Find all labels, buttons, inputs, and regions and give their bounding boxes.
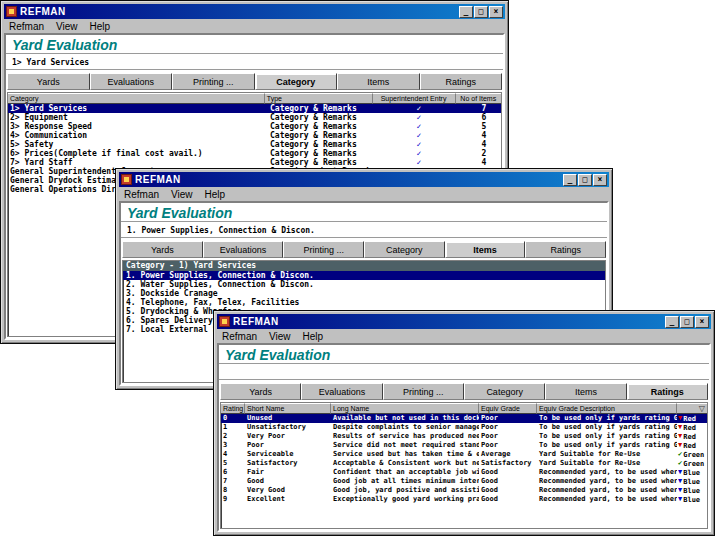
short-name-cell: Very Good bbox=[245, 486, 331, 495]
flag-label: Blue bbox=[683, 469, 700, 477]
tab-ratings[interactable]: Ratings bbox=[525, 241, 606, 258]
category-row[interactable]: 1> Yard ServicesCategory & Remarks✓7 bbox=[8, 104, 501, 113]
rating-row[interactable]: 6FairConfident that an acceptable job wi… bbox=[221, 468, 707, 477]
rating-row[interactable]: 9ExcellentExceptionally good yard workin… bbox=[221, 495, 707, 504]
tab-category[interactable]: Category bbox=[255, 73, 338, 90]
col-superintendent-entry[interactable]: Superintendent Entry bbox=[373, 93, 456, 104]
tab-printing[interactable]: Printing ... bbox=[172, 73, 255, 90]
selected-item-label: 1. Power Supplies, Connection & Discon. bbox=[121, 223, 607, 237]
tab-items[interactable]: Items bbox=[337, 73, 420, 90]
menubar: Refman View Help bbox=[4, 19, 505, 33]
long-name-cell: Acceptable & Consistent work but needs s… bbox=[331, 459, 479, 468]
tab-evaluations[interactable]: Evaluations bbox=[90, 73, 173, 90]
category-row[interactable]: 4> CommunicationCategory & Remarks✓4 bbox=[8, 131, 501, 140]
category-cell: 6> Prices(Complete if final cost avail.) bbox=[8, 149, 268, 158]
close-icon[interactable]: × bbox=[593, 174, 607, 186]
tab-evaluations[interactable]: Evaluations bbox=[301, 383, 382, 400]
rating-cell: 5 bbox=[221, 459, 245, 468]
equiv-grade-cell: Average bbox=[479, 450, 537, 459]
category-cell: 1> Yard Services bbox=[8, 104, 268, 113]
close-icon[interactable]: × bbox=[695, 316, 709, 328]
subtitle-spacer bbox=[219, 365, 709, 379]
tab-items[interactable]: Items bbox=[545, 383, 626, 400]
minimize-icon[interactable]: _ bbox=[459, 6, 473, 18]
tab-ratings[interactable]: Ratings bbox=[420, 73, 503, 90]
col-long-name[interactable]: Long Name bbox=[331, 403, 479, 414]
rating-row[interactable]: 2Very PoorResults of service has produce… bbox=[221, 432, 707, 441]
menu-view[interactable]: View bbox=[269, 331, 291, 342]
tab-printing[interactable]: Printing ... bbox=[383, 383, 464, 400]
rating-row[interactable]: 5SatisfactoryAcceptable & Consistent wor… bbox=[221, 459, 707, 468]
col-short-name[interactable]: Short Name bbox=[245, 403, 331, 414]
menu-refman[interactable]: Refman bbox=[124, 189, 159, 200]
menu-refman[interactable]: Refman bbox=[9, 21, 44, 32]
tab-category[interactable]: Category bbox=[464, 383, 545, 400]
items-group-header: Category - 1) Yard Services bbox=[123, 261, 605, 271]
col-equiv-grade-description[interactable]: Equiv Grade Description bbox=[537, 403, 677, 414]
category-row[interactable]: 2> EquipmentCategory & Remarks✓6 bbox=[8, 113, 501, 122]
item-row[interactable]: 1. Power Supplies, Connection & Discon. bbox=[123, 271, 605, 280]
no-of-items-cell: 2 bbox=[461, 149, 501, 158]
rating-row[interactable]: 1UnsatisfactoryDespite complaints to sen… bbox=[221, 423, 707, 432]
minimize-icon[interactable]: _ bbox=[563, 174, 577, 186]
menu-help[interactable]: Help bbox=[303, 331, 324, 342]
content-panel: Yard Evaluation YardsEvaluationsPrinting… bbox=[217, 343, 711, 532]
item-row[interactable]: 4. Telephone, Fax, Telex, Facilities bbox=[123, 298, 605, 307]
maximize-icon[interactable]: □ bbox=[680, 316, 694, 328]
menu-view[interactable]: View bbox=[171, 189, 193, 200]
equiv-grade-description-cell: Recommended yard, to be used wherever po… bbox=[537, 486, 677, 495]
category-row[interactable]: 7> Yard StaffCategory & Remarks✓4 bbox=[8, 158, 501, 167]
tab-yards[interactable]: Yards bbox=[7, 73, 90, 90]
tab-category[interactable]: Category bbox=[364, 241, 445, 258]
maximize-icon[interactable]: □ bbox=[578, 174, 592, 186]
tabstrip: YardsEvaluationsPrinting ...CategoryItem… bbox=[219, 381, 709, 400]
rating-row[interactable]: 7GoodGood job at all times minimum inter… bbox=[221, 477, 707, 486]
rating-row[interactable]: 3PoorService did not meet required stand… bbox=[221, 441, 707, 450]
category-cell: 4> Communication bbox=[8, 131, 268, 140]
short-name-cell: Very Poor bbox=[245, 432, 331, 441]
superintendent-check-icon: ✓ bbox=[377, 113, 461, 122]
rating-row[interactable]: 8Very GoodGood job, yard positive and as… bbox=[221, 486, 707, 495]
tab-yards[interactable]: Yards bbox=[220, 383, 301, 400]
col-type[interactable]: Type bbox=[265, 93, 373, 104]
flag-cell: ▼Red bbox=[677, 432, 707, 441]
tab-printing[interactable]: Printing ... bbox=[283, 241, 364, 258]
rating-row[interactable]: 4ServiceableService used but has taken t… bbox=[221, 450, 707, 459]
flag-blue-icon: ▼ bbox=[678, 477, 682, 486]
close-icon[interactable]: × bbox=[489, 6, 503, 18]
superintendent-check-icon: ✓ bbox=[377, 104, 461, 113]
tab-ratings[interactable]: Ratings bbox=[627, 383, 708, 400]
tab-evaluations[interactable]: Evaluations bbox=[203, 241, 284, 258]
item-row[interactable]: 2. Water Supplies, Connection & Discon. bbox=[123, 280, 605, 289]
col-category[interactable]: Category bbox=[8, 93, 265, 104]
category-row[interactable]: 5> SafetyCategory & Remarks✓4 bbox=[8, 140, 501, 149]
category-row[interactable]: 3> Response SpeedCategory & Remarks✓5 bbox=[8, 122, 501, 131]
menubar: Refman View Help bbox=[119, 187, 609, 201]
rating-row[interactable]: 0UnusedAvailable but not used in this do… bbox=[221, 414, 707, 423]
flag-green-icon: ✔ bbox=[678, 450, 682, 459]
titlebar[interactable]: REFMAN _ □ × bbox=[4, 4, 505, 19]
category-row[interactable]: 6> Prices(Complete if final cost avail.)… bbox=[8, 149, 501, 158]
type-cell: Category & Remarks bbox=[268, 113, 377, 122]
type-cell: Category & Remarks bbox=[268, 104, 377, 113]
col-equiv-grade[interactable]: Equiv Grade bbox=[479, 403, 537, 414]
short-name-cell: Good bbox=[245, 477, 331, 486]
menu-help[interactable]: Help bbox=[90, 21, 111, 32]
tab-items[interactable]: Items bbox=[445, 241, 526, 258]
col-no-of-items[interactable]: No of Items bbox=[456, 93, 501, 104]
equiv-grade-cell: Poor bbox=[479, 414, 537, 423]
titlebar[interactable]: REFMAN _ □ × bbox=[119, 172, 609, 187]
col-rating[interactable]: Rating bbox=[221, 403, 245, 414]
item-row[interactable]: 3. Dockside Cranage bbox=[123, 289, 605, 298]
filter-icon[interactable]: ▽ bbox=[699, 404, 705, 413]
tab-yards[interactable]: Yards bbox=[122, 241, 203, 258]
maximize-icon[interactable]: □ bbox=[474, 6, 488, 18]
minimize-icon[interactable]: _ bbox=[665, 316, 679, 328]
flag-label: Red bbox=[683, 424, 696, 432]
titlebar[interactable]: REFMAN _ □ × bbox=[217, 314, 711, 329]
flag-cell: ▼Blue bbox=[677, 495, 707, 504]
long-name-cell: Good job at all times minimum interventi… bbox=[331, 477, 479, 486]
menu-view[interactable]: View bbox=[56, 21, 78, 32]
menu-refman[interactable]: Refman bbox=[222, 331, 257, 342]
menu-help[interactable]: Help bbox=[205, 189, 226, 200]
